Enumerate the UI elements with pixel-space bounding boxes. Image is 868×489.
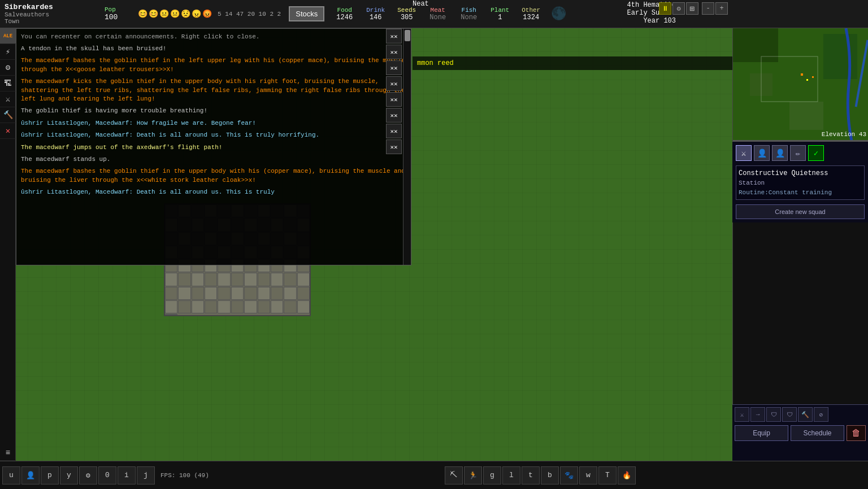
military-bottom-icons: ⚔ → 🛡 🛡 🔨 ⊘ <box>735 407 866 422</box>
tool-paw[interactable]: 🐾 <box>560 466 578 484</box>
log-entry: The macedwarf bashes the goblin thief in… <box>21 167 406 185</box>
plant-label: Plant <box>491 7 509 14</box>
mood-icon-7: 😡 <box>202 9 212 19</box>
tool-pick[interactable]: ⛏ <box>445 466 463 484</box>
svg-rect-6 <box>806 79 808 81</box>
log-btn-5[interactable]: ✕✕ <box>386 92 402 107</box>
zoom-in-button[interactable]: + <box>715 2 728 15</box>
bottom-icon-p[interactable]: p <box>41 466 59 484</box>
bottom-icon-u[interactable]: u <box>2 466 20 484</box>
log-btn-1[interactable]: ✕✕ <box>386 29 402 43</box>
log-btn-4[interactable]: ✕✕ <box>386 76 402 91</box>
mil-bottom-shield2-icon[interactable]: 🛡 <box>782 407 797 422</box>
food-resource: Food 1246 <box>329 6 360 23</box>
mood-icon-2: 😊 <box>149 9 158 19</box>
log-entry: The goblin thief is having more trouble … <box>21 107 406 115</box>
drink-value: 146 <box>370 14 382 21</box>
equip-button[interactable]: Equip <box>735 425 788 441</box>
food-value: 1246 <box>336 14 353 21</box>
mil-icon-check[interactable]: ✓ <box>808 145 824 161</box>
log-btn-3[interactable]: ✕✕ <box>386 60 402 75</box>
meat-value: None <box>429 14 446 21</box>
mood-icon-1: 😊 <box>138 9 147 19</box>
routine-label: Routine:Constant training <box>739 188 862 198</box>
plant-resource: Plant 1 <box>484 6 515 23</box>
mini-map[interactable]: Elevation 43 <box>733 28 868 141</box>
log-panel: You can recenter on certain announcement… <box>16 28 411 265</box>
settings-button[interactable]: ⚙ <box>672 2 685 15</box>
mil-bottom-cancel-icon[interactable]: ⊘ <box>814 407 828 422</box>
sidebar-icon-settings[interactable]: ⚙ <box>0 60 16 76</box>
mood-icons: 😊 😊 😐 😐 😟 😠 😡 <box>136 9 214 19</box>
pause-button[interactable]: ⏸ <box>659 2 671 15</box>
station-name: Constructive Quietness <box>739 168 862 178</box>
log-entry: The macedwarf bashes the goblin thief in… <box>21 56 406 74</box>
elevation-label: Elevation 43 <box>822 131 866 138</box>
schedule-button[interactable]: Schedule <box>791 425 844 441</box>
log-entry: ûshrir Litastlogen, Macedwarf: Death is … <box>21 188 406 197</box>
sidebar-icon-build[interactable]: 🏗 <box>0 76 16 91</box>
mil-bottom-hammer-icon[interactable]: 🔨 <box>798 407 813 422</box>
mil-bottom-sword-icon[interactable]: ⚔ <box>735 407 749 422</box>
tool-l[interactable]: l <box>502 466 520 484</box>
svg-rect-7 <box>812 76 814 78</box>
log-buttons: ✕✕ ✕✕ ✕✕ ✕✕ ✕✕ ✕✕ ✕✕ ✕✕ <box>386 29 403 154</box>
zoom-out-button[interactable]: - <box>702 2 714 15</box>
scroll-thumb[interactable] <box>405 30 410 41</box>
log-btn-2[interactable]: ✕✕ <box>386 45 402 59</box>
sidebar-icon-lightning[interactable]: ⚡ <box>0 44 16 60</box>
sidebar-icon-craft[interactable]: 🔨 <box>0 107 16 123</box>
tool-g[interactable]: g <box>483 466 501 484</box>
population-section: Pop 100 <box>102 6 136 21</box>
drink-label: Drink <box>366 7 385 14</box>
bottom-icon-gear[interactable]: ⚙ <box>79 466 97 484</box>
tool-run[interactable]: 🏃 <box>464 466 482 484</box>
date-line3: Year 103 <box>627 17 676 25</box>
delete-button[interactable]: 🗑 <box>847 425 866 441</box>
sidebar-icon-ale[interactable]: ALE <box>0 28 16 44</box>
tool-T[interactable]: T <box>598 466 617 484</box>
right-panel: Elevation 43 ⚔ 👤 👤 ✏ ✓ Constructive Quie… <box>732 28 868 461</box>
pop-nums: 5 14 47 20 10 2 2 <box>214 11 284 18</box>
sidebar-icon-combat[interactable]: ⚔ <box>0 91 16 107</box>
bottom-icon-0[interactable]: 0 <box>98 466 116 484</box>
sidebar-icon-cancel[interactable]: ✕ <box>0 123 16 139</box>
log-btn-8[interactable]: ✕✕ <box>386 139 402 154</box>
log-btn-7[interactable]: ✕✕ <box>386 124 402 138</box>
svg-rect-5 <box>801 73 803 76</box>
mil-icon-dwarf2[interactable]: 👤 <box>772 145 788 161</box>
game-area[interactable]: mmon reed ALE ⚡ ⚙ 🏗 ⚔ 🔨 ✕ ≡ You can rece… <box>0 28 868 461</box>
stocks-button[interactable]: Stocks <box>289 6 324 21</box>
tool-b[interactable]: b <box>541 466 559 484</box>
tool-t[interactable]: t <box>522 466 540 484</box>
tool-w[interactable]: w <box>579 466 597 484</box>
mil-icon-pen[interactable]: ✏ <box>790 145 806 161</box>
tooltip-bar: mmon reed <box>413 56 732 70</box>
bottom-icon-j[interactable]: j <box>137 466 155 484</box>
create-squad-button[interactable]: Create new squad <box>736 204 865 219</box>
mil-bottom-arrow-icon[interactable]: → <box>750 407 765 422</box>
military-header: ⚔ 👤 👤 ✏ ✓ <box>736 145 865 161</box>
meat-resource: Meat None <box>422 6 453 23</box>
mil-bottom-shield1-icon[interactable]: 🛡 <box>766 407 781 422</box>
sidebar-icon-orders[interactable]: ≡ <box>0 445 16 461</box>
bottom-icon-person[interactable]: 👤 <box>21 466 40 484</box>
log-entry: The macedwarf kicks the goblin thief in … <box>21 77 406 103</box>
svg-rect-4 <box>789 102 823 130</box>
log-hint: You can recenter on certain announcement… <box>21 33 406 40</box>
log-btn-6[interactable]: ✕✕ <box>386 108 402 123</box>
mil-icon-dwarf1[interactable]: 👤 <box>754 145 770 161</box>
log-entry: A tendon in the skull has been bruised! <box>21 45 406 53</box>
tool-fire[interactable]: 🔥 <box>618 466 636 484</box>
log-scrollbar[interactable] <box>403 29 411 265</box>
pop-value: 100 <box>105 13 133 21</box>
bottom-icon-y[interactable]: y <box>60 466 78 484</box>
mood-icon-5: 😟 <box>181 9 190 19</box>
bottom-icon-i[interactable]: i <box>118 466 136 484</box>
meat-label: Meat <box>431 7 445 14</box>
mil-icon-sword[interactable]: ⚔ <box>736 145 752 161</box>
other-label: Other <box>522 7 540 14</box>
fullscreen-button[interactable]: ⊞ <box>686 2 698 15</box>
drink-resource: Drink 146 <box>360 6 391 23</box>
plant-value: 1 <box>498 14 502 21</box>
